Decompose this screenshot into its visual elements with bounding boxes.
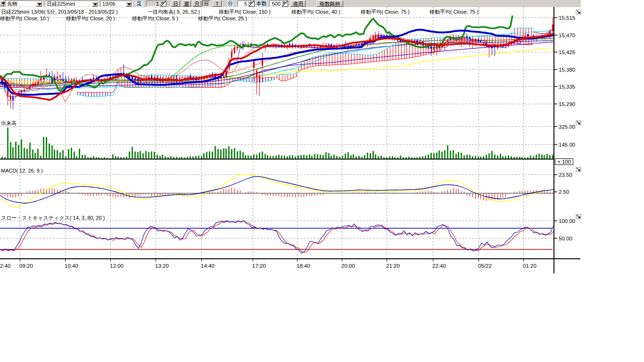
svg-text:移動平均( Close, 20 ): 移動平均( Close, 20 ) — [66, 16, 115, 21]
svg-text:一目均衡表( 9, 26, 52 ): 一目均衡表( 9, 26, 52 ) — [148, 9, 200, 15]
svg-text:325.00: 325.00 — [559, 124, 575, 130]
svg-text:17:20: 17:20 — [252, 263, 266, 269]
svg-text:出来高: 出来高 — [1, 120, 17, 126]
svg-text:2.50: 2.50 — [559, 189, 569, 195]
svg-text:50.00: 50.00 — [559, 236, 572, 241]
svg-text:15,515: 15,515 — [559, 15, 575, 21]
svg-text:移動平均( Close, 75 ): 移動平均( Close, 75 ) — [361, 9, 410, 15]
svg-text:22:40: 22:40 — [432, 263, 446, 269]
svg-text:移動平均( Close, 25 ): 移動平均( Close, 25 ) — [198, 16, 247, 21]
svg-text:× 100: × 100 — [557, 159, 571, 165]
svg-text:移動平均( Close, 5 ): 移動平均( Close, 5 ) — [132, 16, 178, 21]
svg-text:10:40: 10:40 — [65, 263, 78, 269]
svg-text:移動平均( Close, 10 ): 移動平均( Close, 10 ) — [0, 16, 49, 21]
svg-text:23.50: 23.50 — [559, 172, 572, 178]
svg-text:145.00: 145.00 — [559, 142, 575, 148]
svg-text:21:20: 21:20 — [386, 263, 400, 269]
svg-text:09:20: 09:20 — [19, 263, 33, 269]
svg-text:15,380: 15,380 — [559, 67, 575, 73]
svg-text:14:40: 14:40 — [201, 263, 215, 269]
svg-text:移動平均( Close, 75 ): 移動平均( Close, 75 ) — [429, 9, 479, 15]
svg-text:MACD( 12, 26, 9 ): MACD( 12, 26, 9 ) — [1, 168, 43, 173]
svg-text:スロー・ストキャスティクス( 14, 3, 80, 20 ): スロー・ストキャスティクス( 14, 3, 80, 20 ) — [1, 215, 105, 221]
svg-text:22:40: 22:40 — [0, 263, 10, 269]
svg-text:18:40: 18:40 — [297, 263, 310, 269]
svg-text:05/22: 05/22 — [478, 263, 492, 269]
svg-text:100.00: 100.00 — [559, 218, 575, 224]
svg-text:15,470: 15,470 — [559, 33, 575, 38]
svg-text:12:00: 12:00 — [110, 263, 124, 269]
svg-text:15,290: 15,290 — [559, 101, 575, 107]
svg-text:20:00: 20:00 — [341, 263, 355, 269]
svg-text:13:20: 13:20 — [155, 263, 169, 269]
svg-text:15,425: 15,425 — [559, 49, 575, 55]
svg-text:移動平均( Close, 150 ): 移動平均( Close, 150 ) — [219, 9, 271, 15]
svg-text:移動平均( Close, 40 ): 移動平均( Close, 40 ) — [291, 9, 340, 15]
svg-text:日経225mini 13/06( 5分, 2013/05/1: 日経225mini 13/06( 5分, 2013/05/18 - 2013/0… — [1, 9, 118, 15]
svg-text:01:20: 01:20 — [523, 263, 537, 269]
svg-text:15,335: 15,335 — [559, 84, 575, 90]
